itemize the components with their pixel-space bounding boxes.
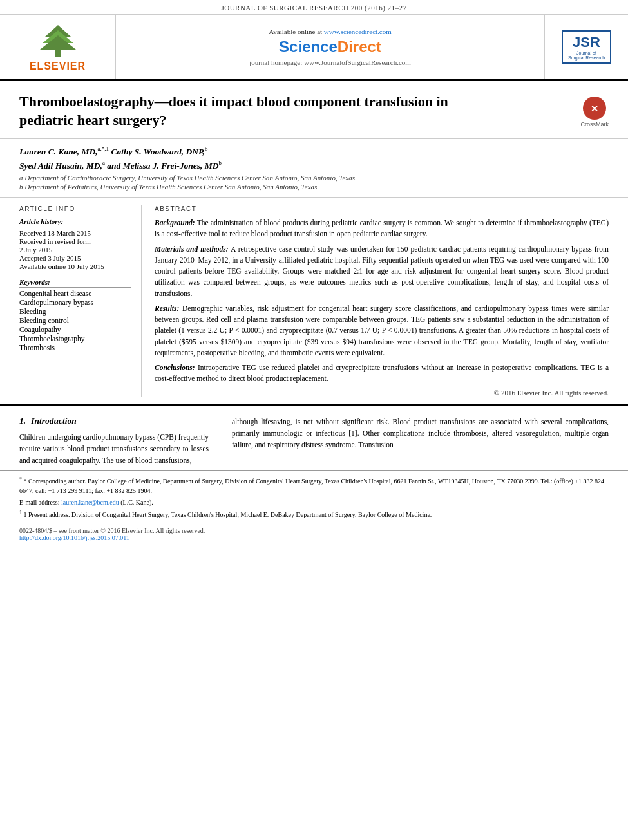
jsr-badge: JSR Journal of Surgical Research [562, 30, 611, 64]
article-info-label: ARTICLE INFO [19, 205, 131, 212]
jsr-logo-section: JSR Journal of Surgical Research [544, 15, 628, 79]
article-title: Thromboelastography—does it impact blood… [19, 93, 502, 129]
affil-a: a Department of Cardiothoracic Surgery, … [19, 174, 609, 182]
accepted-date: Accepted 3 July 2015 [19, 254, 131, 262]
email-link[interactable]: lauren.kane@bcm.edu [61, 499, 120, 506]
article-history-group: Article history: Received 18 March 2015 … [19, 218, 131, 270]
background-label: Background: [155, 219, 195, 227]
author-freijones: and Melissa J. Frei-Jones, MD [107, 160, 218, 170]
footnote-star-text: * Corresponding author. Baylor College o… [19, 478, 604, 494]
abstract-methods: Materials and methods: A retrospective c… [155, 244, 609, 299]
journal-homepage-text: journal homepage: www.JournalofSurgicalR… [249, 59, 411, 66]
elsevier-tree-icon [32, 23, 84, 58]
keyword-1: Congenital heart disease [19, 290, 131, 297]
intro-left-column: 1. Introduction Children undergoing card… [0, 416, 219, 467]
received-date: Received 18 March 2015 [19, 229, 131, 237]
author-woodward: Cathy S. Woodward, DNP, [111, 147, 205, 156]
elsevier-wordmark: ELSEVIER [30, 61, 86, 72]
footnote-1: 1 1 Present address. Division of Congeni… [19, 509, 609, 519]
intro-title: Introduction [31, 416, 77, 426]
crossmark-icon: ✕ [582, 95, 607, 121]
footnote-email: E-mail address: lauren.kane@bcm.edu (L.C… [19, 498, 609, 507]
keyword-4: Bleeding control [19, 317, 131, 324]
keyword-5: Coagulopathy [19, 326, 131, 333]
intro-number: 1. [19, 416, 26, 426]
conclusions-label: Conclusions: [155, 364, 195, 371]
sciencedirect-url[interactable]: www.sciencedirect.com [324, 28, 392, 35]
intro-heading: 1. Introduction [19, 416, 209, 426]
revised-label: Received in revised form [19, 238, 131, 245]
authors-line-1: Lauren C. Kane, MD,a,*,1 Cathy S. Woodwa… [19, 145, 609, 157]
background-text: The administration of blood products dur… [155, 219, 609, 238]
elsevier-logo-section: ELSEVIER [0, 15, 116, 79]
article-history-label: Article history: [19, 218, 131, 227]
article-title-section: Thromboelastography—does it impact blood… [0, 81, 628, 139]
keywords-group: Keywords: Congenital heart disease Cardi… [19, 278, 131, 351]
results-text: Demographic variables, risk adjustment f… [155, 304, 609, 357]
keyword-2: Cardiopulmonary bypass [19, 299, 131, 306]
keywords-label: Keywords: [19, 278, 131, 288]
sciencedirect-logo: ScienceDirect [279, 38, 381, 56]
author-kane: Lauren C. Kane, MD, [19, 147, 98, 156]
abstract-results: Results: Demographic variables, risk adj… [155, 303, 609, 359]
intro-right-column: although lifesaving, is not without sign… [219, 416, 628, 467]
doi-link[interactable]: http://dx.doi.org/10.1016/j.jss.2015.07.… [19, 534, 129, 541]
author-husain: Syed Adil Husain, MD, [19, 160, 102, 170]
affiliations: a Department of Cardiothoracic Surgery, … [19, 174, 609, 191]
article-info-column: ARTICLE INFO Article history: Received 1… [0, 205, 142, 397]
journal-banner-text: JOURNAL OF SURGICAL RESEARCH 200 (2016) … [221, 4, 406, 12]
journal-header: ELSEVIER Available online at www.science… [0, 15, 628, 81]
jsr-full-name: Journal of Surgical Research [568, 51, 605, 60]
keywords-list: Congenital heart disease Cardiopulmonary… [19, 290, 131, 351]
methods-label: Materials and methods: [155, 245, 229, 253]
svg-text:✕: ✕ [591, 104, 598, 114]
abstract-label: ABSTRACT [155, 205, 609, 212]
abstract-background: Background: The administration of blood … [155, 218, 609, 240]
footnote-star: * * Corresponding author. Baylor College… [19, 476, 609, 496]
crossmark[interactable]: ✕ CrossMark [580, 95, 609, 127]
footnotes-section: * * Corresponding author. Baylor College… [0, 470, 628, 526]
keyword-6: Thromboelastography [19, 335, 131, 342]
intro-text-right: although lifesaving, is not without sign… [232, 416, 609, 451]
available-online-text: Available online at www.sciencedirect.co… [269, 28, 392, 35]
keyword-7: Thrombosis [19, 344, 131, 351]
jsr-letters: JSR [573, 34, 600, 51]
copyright-footer: 0022-4804/$ – see front matter © 2016 El… [0, 526, 628, 543]
abstract-copyright: © 2016 Elsevier Inc. All rights reserved… [155, 389, 609, 397]
revised-date: 2 July 2015 [19, 246, 131, 254]
abstract-conclusions: Conclusions: Intraoperative TEG use redu… [155, 362, 609, 385]
introduction-section: 1. Introduction Children undergoing card… [0, 406, 628, 467]
journal-banner: JOURNAL OF SURGICAL RESEARCH 200 (2016) … [0, 0, 628, 15]
intro-text-left: Children undergoing cardiopulmonary bypa… [19, 431, 209, 467]
journal-center: Available online at www.sciencedirect.co… [116, 15, 544, 79]
conclusions-text: Intraoperative TEG use reduced platelet … [155, 364, 609, 382]
content-columns: ARTICLE INFO Article history: Received 1… [0, 198, 628, 406]
affil-b: b Department of Pediatrics, University o… [19, 183, 609, 191]
copyright-footer-text: 0022-4804/$ – see front matter © 2016 El… [19, 527, 609, 534]
abstract-column: ABSTRACT Background: The administration … [142, 205, 628, 397]
authors-section: Lauren C. Kane, MD,a,*,1 Cathy S. Woodwa… [0, 139, 628, 198]
svg-rect-0 [55, 50, 61, 57]
results-label: Results: [155, 304, 179, 312]
available-date: Available online 10 July 2015 [19, 263, 131, 270]
authors-line-2: Syed Adil Husain, MD,a and Melissa J. Fr… [19, 160, 609, 171]
keyword-3: Bleeding [19, 308, 131, 315]
